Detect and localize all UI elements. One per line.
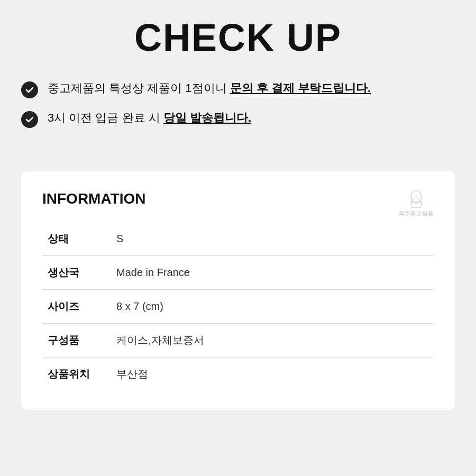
check-text-2: 3시 이전 입금 완료 시 당일 발송됩니다. [48,110,455,126]
table-row: 상품위치부산점 [42,358,434,391]
info-label: 사이즈 [42,290,106,324]
info-value: 부산점 [106,358,434,391]
check-item-2: 3시 이전 입금 완료 시 당일 발송됩니다. [21,110,455,128]
table-row: 구성품케이스,자체보증서 [42,324,434,358]
watermark-text: 착한중고명품 [399,209,434,217]
info-label: 구성품 [42,324,106,358]
info-title: INFORMATION [42,190,434,207]
check-text-1-bold: 문의 후 결제 부탁드립니다. [230,81,371,95]
info-value: S [106,222,434,256]
checkmark-icon-2 [21,111,38,128]
watermark: 착한중고명품 [399,188,434,217]
info-table: 상태S생산국Made in France사이즈8 x 7 (cm)구성품케이스,… [42,222,434,391]
info-value: 8 x 7 (cm) [106,290,434,324]
check-item-1: 중고제품의 특성상 제품이 1점이니 문의 후 결제 부탁드립니다. [21,80,455,98]
info-value: Made in France [106,256,434,290]
info-card: INFORMATION 착한중고명품 상태S생산국Made in France사… [21,171,455,410]
checkmark-icon-1 [21,81,38,98]
check-text-2-bold: 당일 발송됩니다. [163,111,251,124]
check-text-1: 중고제품의 특성상 제품이 1점이니 문의 후 결제 부탁드립니다. [48,80,455,97]
top-section: CHECK UP 중고제품의 특성상 제품이 1점이니 문의 후 결제 부탁드립… [0,0,476,161]
table-row: 사이즈8 x 7 (cm) [42,290,434,324]
table-row: 상태S [42,222,434,256]
info-label: 상태 [42,222,106,256]
table-row: 생산국Made in France [42,256,434,290]
info-label: 생산국 [42,256,106,290]
page-title: CHECK UP [21,16,455,59]
info-label: 상품위치 [42,358,106,391]
info-value: 케이스,자체보증서 [106,324,434,358]
